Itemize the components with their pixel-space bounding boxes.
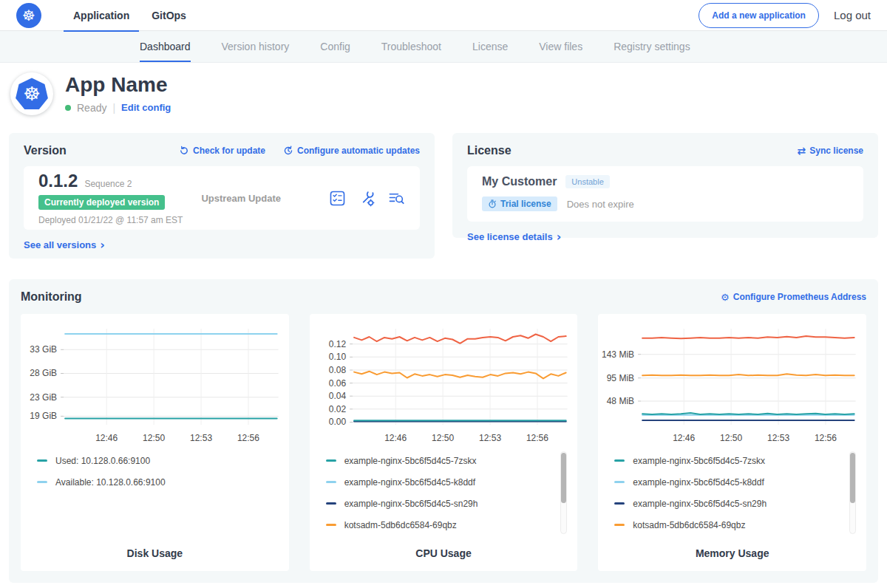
legend-item: kotsadm-5db6dc6584-69qbz [326,514,578,536]
svg-text:12:46: 12:46 [384,433,407,443]
legend-label: example-nginx-5bc6f5d4c5-7zskx [633,456,765,466]
license-card: License ⇄ Sync license My Customer Unsta… [452,133,878,238]
legend-swatch [614,524,625,526]
chevron-right-icon: › [100,242,105,249]
legend-scrollbar[interactable] [560,451,567,534]
config-wrench-icon[interactable] [358,190,375,207]
disk-usage-chart: 33 GiB28 GiB23 GiB19 GiB12:4612:5012:531… [21,320,289,447]
channel-badge: Unstable [565,175,609,188]
edit-config-link[interactable]: Edit config [121,102,171,113]
gear-icon: ⚙ [721,292,730,303]
logout-button[interactable]: Log out [834,9,871,21]
chart-title: CPU Usage [310,547,578,559]
monitoring-section: Monitoring ⚙ Configure Prometheus Addres… [9,279,878,583]
tab-registry-settings[interactable]: Registry settings [598,31,705,62]
auto-update-clock-icon [283,146,293,156]
legend-label: example-nginx-5bc6f5d4c5-sn29h [633,499,767,509]
top-tab-gitops[interactable]: GitOps [140,0,197,31]
tab-config[interactable]: Config [305,31,365,62]
version-source: Upstream Update [201,193,281,204]
top-nav: ☸ Application GitOps Add a new applicati… [0,0,887,31]
kubernetes-logo-icon[interactable]: ☸ [16,3,41,28]
add-application-button[interactable]: Add a new application [699,3,819,28]
svg-text:12:46: 12:46 [95,433,118,443]
version-card: Version Check for update Configure autom… [9,133,435,259]
legend-item: example-nginx-5bc6f5d4c5-sn29h [614,493,866,514]
tab-view-files[interactable]: View files [523,31,598,62]
legend-swatch [614,459,625,462]
legend-item: example-nginx-5bc6f5d4c5-sn29h [326,493,578,514]
svg-text:12:53: 12:53 [767,433,789,443]
tab-troubleshoot[interactable]: Troubleshoot [366,31,457,62]
svg-text:143 MiB: 143 MiB [602,349,634,360]
divider: | [112,102,115,114]
svg-text:12:56: 12:56 [237,433,259,443]
legend-label: kotsadm-5db6dc6584-69qbz [344,520,457,530]
svg-text:0.02: 0.02 [328,404,346,414]
legend-swatch [326,459,336,462]
kubernetes-heptagon-icon: ☸ [13,75,51,113]
svg-text:0.00: 0.00 [328,417,346,428]
legend-swatch [614,502,625,505]
memory-usage-legend: example-nginx-5bc6f5d4c5-7zskxexample-ng… [614,450,866,540]
tab-license[interactable]: License [457,31,523,62]
legend-scrollbar[interactable] [849,451,856,534]
legend-item: example-nginx-5bc6f5d4c5-7zskx [614,450,866,471]
cpu-usage-chart: 0.120.100.080.060.040.020.0012:4612:5012… [310,320,578,447]
license-type-badge: Trial license [482,196,557,211]
configure-prometheus-link[interactable]: ⚙ Configure Prometheus Address [721,292,866,303]
legend-item: example-nginx-5bc6f5d4c5-k8ddf [614,471,866,493]
svg-text:48 MiB: 48 MiB [607,396,634,406]
version-number: 0.1.2 [38,171,78,191]
page-title: App Name [65,74,171,97]
refresh-icon [179,146,189,156]
tab-version-history[interactable]: Version history [206,31,305,62]
svg-text:12:53: 12:53 [479,433,501,443]
svg-text:0.08: 0.08 [328,365,346,375]
legend-scrollbar-thumb[interactable] [561,453,566,503]
tab-dashboard[interactable]: Dashboard [124,31,206,62]
legend-label: Used: 10.128.0.66:9100 [55,456,150,466]
version-card-title: Version [24,144,67,157]
check-for-update-link[interactable]: Check for update [179,146,265,156]
legend-swatch [326,524,336,526]
legend-scrollbar-thumb[interactable] [850,453,855,503]
status-dot [65,105,71,111]
view-logs-icon[interactable] [388,190,405,207]
legend-item: example-nginx-5bc6f5d4c5-k8ddf [326,471,578,493]
status-text: Ready [77,102,106,114]
legend-swatch [326,502,336,505]
svg-text:12:50: 12:50 [143,433,165,443]
top-tab-application[interactable]: Application [62,0,140,31]
app-sub-nav: Dashboard Version history Config Trouble… [0,31,887,63]
legend-label: example-nginx-5bc6f5d4c5-7zskx [344,456,477,466]
svg-text:☸: ☸ [23,83,40,105]
legend-label: example-nginx-5bc6f5d4c5-sn29h [344,499,478,509]
legend-label: example-nginx-5bc6f5d4c5-k8ddf [633,477,764,488]
svg-text:12:56: 12:56 [526,433,548,443]
deployed-timestamp: Deployed 01/21/22 @ 11:57 am EST [38,215,183,225]
configure-automatic-updates-link[interactable]: Configure automatic updates [283,146,420,156]
sync-license-link[interactable]: ⇄ Sync license [798,145,863,157]
legend-label: example-nginx-5bc6f5d4c5-k8ddf [344,477,475,488]
legend-swatch [326,481,336,483]
license-summary-row: My Customer Unstable Trial license Does … [467,166,863,222]
svg-text:0.04: 0.04 [328,391,346,401]
chevron-right-icon: › [557,233,562,241]
sync-icon: ⇄ [798,145,806,157]
svg-text:12:56: 12:56 [815,433,837,443]
legend-item: Used: 10.128.0.66:9100 [37,450,289,471]
svg-text:12:50: 12:50 [720,433,742,443]
disk-usage-legend: Used: 10.128.0.66:9100Available: 10.128.… [37,450,289,540]
preflight-checks-icon[interactable] [329,190,346,207]
legend-label: Available: 10.128.0.66:9100 [55,477,166,488]
see-all-versions-link[interactable]: See all versions › [24,239,420,250]
svg-text:33 GiB: 33 GiB [30,344,57,355]
cpu-usage-legend: example-nginx-5bc6f5d4c5-7zskxexample-ng… [326,450,578,540]
chart-title: Disk Usage [21,547,289,559]
chart-title: Memory Usage [598,547,866,559]
svg-text:0.12: 0.12 [328,339,346,349]
license-expiry: Does not expire [567,199,634,210]
see-license-details-link[interactable]: See license details › [467,231,863,242]
svg-text:0.10: 0.10 [328,352,346,362]
